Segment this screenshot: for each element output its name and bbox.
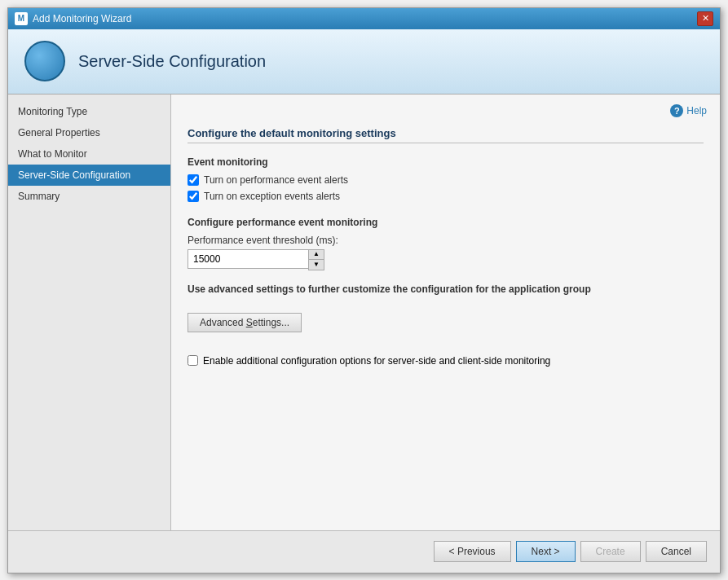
- app-icon: M: [15, 12, 28, 25]
- advanced-settings-label: Advanced Settings...: [200, 317, 289, 328]
- sidebar-item-general-properties[interactable]: General Properties: [8, 122, 170, 143]
- sidebar-item-summary[interactable]: Summary: [8, 186, 170, 207]
- previous-button[interactable]: < Previous: [434, 541, 511, 562]
- content-area: ? Help Configure the default monitoring …: [171, 94, 720, 530]
- header-title: Server-Side Configuration: [78, 52, 266, 71]
- sidebar: Monitoring Type General Properties What …: [8, 94, 171, 530]
- help-icon: ?: [670, 104, 683, 117]
- sidebar-item-server-side-config[interactable]: Server-Side Configuration: [8, 165, 170, 186]
- additional-options-row: Enable additional configuration options …: [188, 355, 704, 367]
- performance-alert-label[interactable]: Turn on performance event alerts: [204, 174, 348, 186]
- threshold-spinner-wrapper: ▲ ▼: [188, 249, 326, 270]
- title-bar: M Add Monitoring Wizard ✕: [8, 8, 720, 29]
- additional-options-checkbox[interactable]: [188, 355, 198, 366]
- help-label: Help: [686, 105, 707, 116]
- page-title: Configure the default monitoring setting…: [188, 127, 704, 143]
- exception-alert-checkbox[interactable]: [188, 191, 199, 202]
- additional-options-label[interactable]: Enable additional configuration options …: [203, 355, 550, 367]
- threshold-label: Performance event threshold (ms):: [188, 235, 704, 246]
- window-title: Add Monitoring Wizard: [33, 13, 697, 24]
- footer: < Previous Next > Create Cancel: [8, 530, 720, 573]
- event-monitoring-title: Event monitoring: [188, 156, 704, 168]
- sidebar-item-monitoring-type[interactable]: Monitoring Type: [8, 101, 170, 122]
- spinner-buttons: ▲ ▼: [308, 249, 324, 270]
- close-button[interactable]: ✕: [697, 11, 713, 26]
- cancel-button[interactable]: Cancel: [646, 541, 707, 562]
- advanced-description: Use advanced settings to further customi…: [188, 283, 704, 295]
- next-button[interactable]: Next >: [516, 541, 576, 562]
- main-body: Monitoring Type General Properties What …: [8, 94, 720, 530]
- help-link[interactable]: ? Help: [670, 104, 707, 117]
- header-section: Server-Side Configuration: [8, 29, 720, 94]
- performance-alert-checkbox[interactable]: [188, 174, 199, 186]
- spinner-up-button[interactable]: ▲: [309, 250, 324, 260]
- checkbox-row-performance: Turn on performance event alerts: [188, 174, 704, 186]
- threshold-input[interactable]: [188, 249, 308, 269]
- create-button[interactable]: Create: [580, 541, 641, 562]
- exception-alert-label[interactable]: Turn on exception events alerts: [204, 191, 340, 202]
- main-window: M Add Monitoring Wizard ✕ Server-Side Co…: [7, 7, 721, 573]
- checkbox-row-exception: Turn on exception events alerts: [188, 191, 704, 202]
- advanced-settings-button[interactable]: Advanced Settings...: [188, 313, 302, 332]
- sidebar-item-what-to-monitor[interactable]: What to Monitor: [8, 143, 170, 165]
- header-icon: [24, 41, 65, 81]
- performance-config-title: Configure performance event monitoring: [188, 217, 704, 228]
- spinner-down-button[interactable]: ▼: [309, 260, 324, 270]
